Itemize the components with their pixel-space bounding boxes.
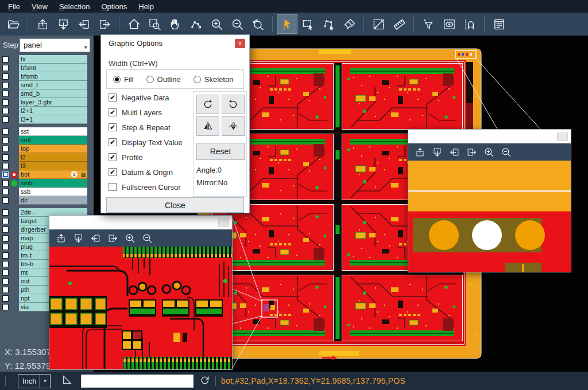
layer-l2+1[interactable]: l2+1 bbox=[19, 107, 87, 115]
layer-visibility-checkbox[interactable] bbox=[2, 244, 9, 250]
toolbar-button-zoom-in[interactable] bbox=[207, 15, 226, 33]
popup-button-move-left[interactable] bbox=[90, 233, 101, 244]
layer-visibility-checkbox[interactable] bbox=[2, 180, 9, 186]
toolbar-button-measure-distance[interactable] bbox=[369, 15, 388, 33]
toolbar-button-move-left[interactable] bbox=[74, 15, 94, 33]
layer-visibility-checkbox[interactable] bbox=[2, 91, 9, 97]
layer-visibility-checkbox[interactable] bbox=[2, 197, 9, 204]
layer-visibility-checkbox[interactable] bbox=[2, 73, 9, 80]
radio-skeleton[interactable]: Skeleton bbox=[194, 75, 234, 84]
toolbar-button-rect-select[interactable] bbox=[298, 15, 318, 33]
checkbox-datum-origin[interactable]: ✔Datum & Origin bbox=[109, 165, 183, 180]
zoom-window-bottom-left[interactable] bbox=[49, 215, 233, 370]
toolbar-button-folder-open[interactable] bbox=[3, 15, 23, 33]
popup-button-move-right[interactable] bbox=[466, 147, 477, 158]
radio-outline[interactable]: Outline bbox=[146, 75, 181, 84]
toolbar-button-brush[interactable] bbox=[339, 15, 359, 33]
toolbar-button-move-up[interactable] bbox=[33, 15, 52, 33]
zoom-window-top-right[interactable] bbox=[408, 129, 571, 272]
layer-bot[interactable]: bot1▦ bbox=[19, 170, 87, 179]
toolbar-button-snap[interactable] bbox=[460, 15, 479, 33]
popup-button-move-up[interactable] bbox=[415, 147, 425, 158]
popup-zoom-view[interactable] bbox=[49, 247, 232, 369]
layer-visibility-checkbox[interactable] bbox=[2, 82, 9, 88]
popup-zoom-view[interactable] bbox=[408, 161, 571, 272]
layer-visibility-checkbox[interactable] bbox=[2, 163, 9, 169]
layer-smd_b[interactable]: smd_b bbox=[19, 89, 87, 98]
menu-file[interactable]: File bbox=[2, 2, 26, 11]
layer-visibility-checkbox[interactable] bbox=[2, 154, 9, 161]
flip-vertical-button[interactable] bbox=[222, 116, 245, 136]
command-input[interactable] bbox=[81, 375, 194, 388]
layer-visibility-checkbox[interactable] bbox=[2, 227, 9, 233]
radio-icon[interactable] bbox=[146, 76, 154, 83]
menu-view[interactable]: View bbox=[26, 2, 53, 11]
popup-button-zoom-in[interactable] bbox=[125, 233, 136, 244]
checkbox-profile[interactable]: ✔Profile bbox=[109, 150, 183, 165]
toolbar-button-select-cursor[interactable] bbox=[277, 15, 297, 33]
layer-layer_3.gbr[interactable]: layer_3.gbr bbox=[19, 98, 87, 107]
popup-button-move-down[interactable] bbox=[432, 147, 443, 158]
checkbox-icon[interactable]: ✔ bbox=[109, 93, 117, 102]
refresh-icon[interactable] bbox=[199, 375, 210, 388]
popup-menu-button[interactable] bbox=[557, 132, 568, 141]
checkbox-icon[interactable]: ✔ bbox=[109, 108, 117, 116]
layer-visibility-checkbox[interactable] bbox=[2, 146, 9, 152]
toolbar-button-move-down[interactable] bbox=[53, 15, 73, 33]
layer-l2[interactable]: l2 bbox=[19, 153, 87, 162]
layer-sst[interactable]: sst bbox=[19, 127, 87, 136]
layer-visibility-checkbox[interactable] bbox=[2, 99, 9, 106]
popup-menu-button[interactable] bbox=[218, 219, 229, 227]
toolbar-button-view-area[interactable] bbox=[439, 15, 459, 33]
layer-top[interactable]: top bbox=[19, 145, 87, 153]
layer-visibility-checkbox[interactable] bbox=[2, 295, 9, 302]
close-button[interactable]: Close bbox=[106, 197, 244, 213]
layer-smb[interactable]: smb bbox=[19, 179, 87, 188]
checkbox-step-repeat[interactable]: ✔Step & Repeat bbox=[109, 120, 183, 135]
layer-visibility-checkbox[interactable] bbox=[2, 287, 9, 293]
checkbox-multi-layers[interactable]: ✔Multi Layers bbox=[109, 105, 183, 120]
layer-visibility-checkbox[interactable] bbox=[2, 278, 9, 284]
layer-smt[interactable]: smt bbox=[19, 136, 87, 145]
checkbox-fullscreen-cursor[interactable]: Fullscreen Cursor bbox=[109, 180, 183, 194]
layer-fx[interactable]: fx bbox=[19, 55, 87, 64]
checkbox-icon[interactable]: ✔ bbox=[109, 123, 117, 131]
checkbox-negative-data[interactable]: ✔Negative Data bbox=[109, 90, 183, 105]
checkbox-icon[interactable]: ✔ bbox=[109, 168, 117, 176]
layer-visibility-checkbox[interactable] bbox=[2, 56, 9, 63]
layer-visibility-checkbox[interactable] bbox=[2, 189, 9, 195]
layer-dir[interactable]: dir bbox=[19, 196, 87, 205]
toolbar-button-report[interactable] bbox=[489, 15, 509, 33]
radio-icon[interactable] bbox=[113, 76, 121, 83]
popup-button-zoom-out[interactable] bbox=[142, 233, 153, 244]
popup-title-bar[interactable] bbox=[408, 130, 571, 143]
layer-visibility-checkbox[interactable] bbox=[2, 235, 9, 241]
layer-visibility-checkbox[interactable] bbox=[2, 137, 9, 143]
checkbox-icon[interactable]: ✔ bbox=[109, 153, 117, 161]
layer-visibility-checkbox[interactable] bbox=[2, 209, 9, 216]
layer-bfsmt[interactable]: bfsmt bbox=[19, 64, 87, 72]
layer-visibility-checkbox[interactable] bbox=[2, 108, 9, 114]
close-icon[interactable]: x bbox=[235, 39, 245, 48]
layer-visibility-checkbox[interactable] bbox=[2, 304, 9, 310]
radio-icon[interactable] bbox=[194, 76, 201, 83]
popup-button-move-up[interactable] bbox=[56, 233, 67, 244]
toolbar-button-ruler[interactable] bbox=[389, 15, 409, 33]
rotate-ccw-button[interactable] bbox=[222, 95, 245, 114]
reset-button[interactable]: Reset bbox=[196, 143, 245, 160]
layer-l3[interactable]: l3 bbox=[19, 162, 87, 170]
layer-smd_t[interactable]: smd_t bbox=[19, 81, 87, 89]
flip-horizontal-button[interactable] bbox=[196, 116, 219, 136]
layer-visibility-checkbox[interactable] bbox=[2, 65, 9, 71]
toolbar-button-node-move[interactable] bbox=[186, 15, 206, 33]
layer-bfsmb[interactable]: bfsmb bbox=[19, 72, 87, 81]
step-select[interactable]: panel ▾ bbox=[20, 38, 90, 52]
checkbox-icon[interactable] bbox=[109, 183, 117, 191]
toolbar-button-zoom-out[interactable] bbox=[227, 15, 247, 33]
layer-visibility-checkbox[interactable] bbox=[2, 261, 9, 267]
toolbar-button-pan-hand[interactable] bbox=[165, 15, 185, 33]
menu-help[interactable]: Help bbox=[133, 2, 160, 11]
toolbar-button-zoom-region[interactable] bbox=[145, 15, 164, 33]
snap-corner-icon[interactable] bbox=[61, 374, 73, 388]
toolbar-button-filter[interactable] bbox=[419, 15, 438, 33]
